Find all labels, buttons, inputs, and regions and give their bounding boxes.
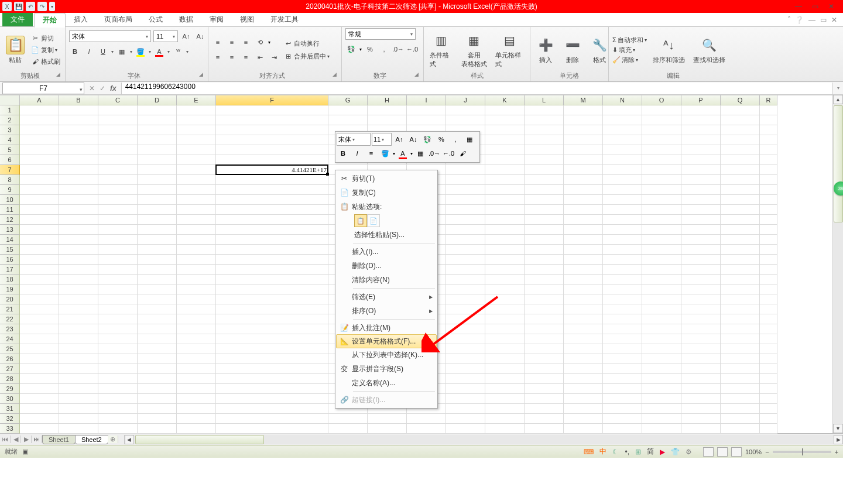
cell[interactable] — [485, 145, 525, 155]
cell[interactable] — [603, 155, 642, 165]
cell[interactable] — [177, 225, 216, 235]
cell-styles-button[interactable]: ▤单元格样式 — [493, 30, 526, 70]
cell[interactable] — [525, 235, 564, 245]
cell[interactable] — [59, 394, 98, 404]
cell[interactable] — [681, 334, 721, 344]
cell[interactable] — [564, 175, 603, 185]
cell[interactable] — [485, 225, 525, 235]
cell[interactable] — [760, 314, 777, 324]
cell[interactable] — [98, 275, 138, 284]
cell[interactable] — [177, 394, 216, 404]
hscroll-left-icon[interactable]: ◀ — [125, 435, 134, 444]
col-header[interactable]: C — [98, 95, 138, 105]
mini-incdec-icon[interactable]: .0→ — [428, 147, 441, 160]
cell[interactable] — [177, 414, 216, 424]
cell[interactable] — [59, 145, 98, 155]
cell[interactable] — [642, 195, 681, 205]
cell[interactable] — [20, 175, 59, 185]
cell[interactable] — [20, 265, 59, 275]
ctx-item[interactable]: 从下拉列表中选择(K)... — [337, 348, 436, 362]
cell[interactable] — [59, 414, 98, 424]
cell[interactable] — [177, 284, 216, 294]
cell[interactable] — [59, 364, 98, 374]
cell[interactable] — [564, 364, 603, 374]
cell[interactable] — [446, 165, 485, 175]
row-header[interactable]: 26 — [0, 354, 20, 364]
cell[interactable] — [642, 155, 681, 165]
cell[interactable] — [59, 235, 98, 245]
cell[interactable] — [525, 394, 564, 404]
sheet-prev-icon[interactable]: ◀ — [11, 436, 21, 443]
cell[interactable] — [603, 364, 642, 374]
hscroll-right-icon[interactable]: ▶ — [834, 435, 843, 444]
cell[interactable] — [603, 135, 642, 145]
confirm-formula-icon[interactable]: ✓ — [100, 84, 105, 92]
cell[interactable] — [760, 195, 777, 205]
cell[interactable] — [138, 424, 177, 434]
phonetic-button[interactable]: ᵂ — [172, 46, 184, 57]
cell[interactable] — [642, 265, 681, 275]
col-header[interactable]: P — [681, 95, 721, 105]
cell[interactable] — [59, 105, 98, 115]
cell[interactable] — [681, 294, 721, 304]
cell[interactable] — [681, 235, 721, 245]
cell[interactable] — [721, 354, 760, 364]
cell[interactable] — [407, 115, 446, 125]
cell[interactable] — [564, 384, 603, 394]
col-header[interactable]: N — [603, 95, 642, 105]
cell[interactable] — [20, 235, 59, 245]
cell[interactable] — [20, 414, 59, 424]
cell[interactable] — [760, 344, 777, 354]
doc-restore-icon[interactable]: ▭ — [820, 16, 827, 24]
cell[interactable] — [138, 275, 177, 284]
row-header[interactable]: 22 — [0, 314, 20, 324]
font-size-select[interactable]: 11▾ — [153, 30, 178, 42]
cell[interactable] — [681, 225, 721, 235]
cell[interactable] — [564, 135, 603, 145]
cell[interactable] — [177, 294, 216, 304]
autosum-button[interactable]: Σ 自动求和▾ — [612, 36, 647, 44]
cell[interactable] — [721, 105, 760, 115]
cell[interactable] — [59, 324, 98, 334]
cell[interactable] — [216, 105, 328, 115]
cell[interactable] — [98, 324, 138, 334]
cell[interactable] — [564, 235, 603, 245]
cell[interactable] — [20, 294, 59, 304]
cell[interactable] — [177, 125, 216, 135]
align-middle-icon[interactable]: ≡ — [226, 36, 238, 48]
cell[interactable] — [485, 324, 525, 334]
fill-button[interactable]: ⬇ 填充▾ — [612, 46, 647, 54]
row-header[interactable]: 20 — [0, 294, 20, 304]
cell[interactable] — [59, 275, 98, 284]
cell[interactable] — [177, 265, 216, 275]
cell[interactable] — [407, 424, 446, 434]
cell[interactable] — [216, 125, 328, 135]
row-header[interactable]: 10 — [0, 195, 20, 205]
cell[interactable] — [485, 115, 525, 125]
cell[interactable] — [642, 135, 681, 145]
cell[interactable] — [681, 364, 721, 374]
cell[interactable] — [760, 125, 777, 135]
cell[interactable] — [216, 284, 328, 294]
cell[interactable] — [525, 155, 564, 165]
cell[interactable] — [177, 344, 216, 354]
cell[interactable] — [760, 215, 777, 225]
cell[interactable] — [20, 364, 59, 374]
cell[interactable] — [138, 135, 177, 145]
cell[interactable] — [681, 215, 721, 225]
cell[interactable] — [721, 205, 760, 215]
cell[interactable] — [59, 424, 98, 434]
cell[interactable] — [564, 394, 603, 404]
cell[interactable] — [446, 294, 485, 304]
cell[interactable] — [681, 175, 721, 185]
cell[interactable] — [760, 275, 777, 284]
tab-review[interactable]: 审阅 — [201, 13, 232, 26]
cell[interactable] — [59, 115, 98, 125]
row-header[interactable]: 17 — [0, 265, 20, 275]
cell[interactable] — [98, 294, 138, 304]
col-header[interactable]: Q — [721, 95, 760, 105]
cell[interactable] — [564, 105, 603, 115]
cell[interactable] — [59, 155, 98, 165]
cell[interactable] — [446, 205, 485, 215]
row-header[interactable]: 14 — [0, 235, 20, 245]
